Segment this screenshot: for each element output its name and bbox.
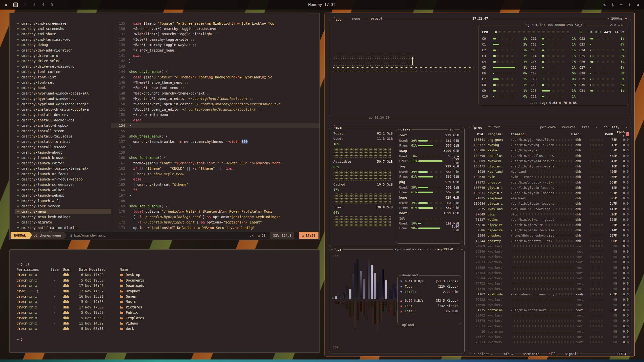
code-line[interactable]: 156show_theme_menu() { (111, 133, 319, 139)
code-line[interactable]: 147 *Font*) show_font_menu ;; (111, 85, 319, 90)
code-line[interactable]: 170 local options="♪ Audio\n≋ Wifi\nᛒ Bl… (111, 209, 319, 214)
file-item[interactable]: ✱omarchy-launch-webapp (15, 193, 111, 198)
file-item[interactable]: ✱omarchy-migrate (15, 219, 111, 225)
code-line[interactable]: 140 *) show_trigger_menu ;; (111, 48, 319, 53)
code-line[interactable]: 166 fi (111, 187, 319, 193)
file-item[interactable]: ✱omarchy-notification-dismiss (15, 225, 111, 230)
workspace-button-3[interactable]: 3 (33, 3, 36, 7)
per-core-button[interactable]: per-core (539, 125, 557, 129)
process-row[interactable]: 76575kworker/root0B0.0 (472, 318, 629, 323)
volume-icon[interactable]: ♪ (628, 3, 631, 7)
process-row[interactable]: 74733kworker/root0B0.0 (472, 281, 629, 286)
iface-prev-button[interactable]: ‹b (428, 247, 435, 252)
process-row[interactable]: 95673kworker/root0B0.0 (472, 324, 629, 329)
file-item[interactable]: ✱omarchy-launch-floating-terminal- (15, 166, 111, 171)
process-row[interactable]: 2075XwaylandXwayland :1 -rootless -dhh11… (472, 206, 629, 211)
io-mode-button[interactable]: io (448, 127, 455, 132)
process-row[interactable]: 106809swayosd-/usr/bin/swayosd-serverdhh… (472, 158, 629, 164)
code-line[interactable]: 164 else (111, 176, 319, 182)
process-row[interactable]: 76577kworker/root0B0.0 (472, 334, 629, 339)
code-line[interactable]: 161 theme=$(menu "Font" "$(omarchy-font-… (111, 160, 319, 166)
code-line[interactable]: 167} (111, 193, 319, 198)
process-row[interactable]: 1916HyprlandHyprlanddhh420M0.0 (472, 169, 629, 174)
workspace-button-4[interactable]: 4 (42, 3, 45, 7)
file-item[interactable]: ✱omarchy-drive-info (15, 53, 111, 58)
code-line[interactable]: 152 *) show_main_menu ;; (111, 112, 319, 117)
process-row[interactable]: 1162avahi-daavahi-daemon: running [avahi… (472, 291, 629, 297)
process-row[interactable]: 68583kworker/root0B0.0 (472, 254, 629, 259)
proc-footer-button[interactable]: Kill (547, 352, 557, 356)
code-line[interactable]: 171 [ -f ~/.config/hypr/bindings.conf ] … (111, 214, 319, 219)
file-item[interactable]: ✱omarchy-cmd-screenshot (15, 26, 111, 31)
workspace-button-2[interactable]: 2 (24, 3, 27, 7)
proc-footer-button[interactable]: signals (564, 352, 580, 356)
file-item[interactable]: ✱omarchy-install-docker-dbs (15, 117, 111, 123)
code-line[interactable]: 158} (111, 144, 319, 150)
code-line[interactable]: 151 *About*) open_in_editor ~/.config/om… (111, 107, 319, 112)
keyboard-icon[interactable]: ⌨ (620, 3, 622, 7)
code-line[interactable]: 162 if [[ "$theme" == "CNCLD" || -z "$th… (111, 166, 319, 171)
reverse-button[interactable]: reverse (561, 125, 577, 129)
process-row[interactable]: 1275containe/usr/bin/containerdroot52M0.… (472, 307, 629, 313)
proc-footer-button[interactable]: ↑ select ↓ (472, 352, 494, 356)
file-item[interactable]: ✱omarchy-hook (15, 85, 111, 90)
code-line[interactable]: 173 options="$options\n☰ Defaults\n⇄ DNS… (111, 225, 319, 230)
file-item[interactable]: ✱omarchy-install-dropbox (15, 123, 111, 128)
code-line[interactable]: 168 (111, 198, 319, 203)
process-row[interactable]: 76313kworker/root0B0.0 (472, 339, 629, 345)
file-item[interactable]: ✱omarchy-font-set (15, 80, 111, 85)
file-item[interactable]: ✱omarchy-install-chromium-google-a (15, 107, 111, 112)
code-line[interactable]: 138 *Idle*) omarchy-toggle-idle ;; (111, 37, 319, 42)
process-row[interactable]: 71835elephantelephantdhh385M0.0 (472, 196, 629, 201)
process-row[interactable]: 106777swaybg/usr/bin/swaybg -i /homdhh12… (472, 142, 629, 148)
process-row[interactable]: 2586pipewire/usr/bin/pipewire-pulsedhh14… (472, 228, 629, 233)
cpu-box-title[interactable]: 1cpu (333, 16, 343, 22)
code-line[interactable]: 136 *Screensaver*) omarchy-toggle-screen… (111, 26, 319, 31)
interval-decrease-button[interactable]: - (607, 16, 609, 21)
code-line[interactable]: 143 (111, 64, 319, 69)
code-line[interactable]: 145 case $(menu "Style" "⚙ Theme\n✎ Font… (111, 74, 319, 80)
shell-prompt-line[interactable]: ~ ❯ (17, 337, 313, 342)
code-line[interactable]: 150 *Screensaver*) open_in_editor ~/.con… (111, 101, 319, 107)
code-line[interactable]: 153 esac (111, 117, 319, 123)
omarchy-logo-icon[interactable]: ◉ (5, 3, 7, 7)
net-box-title[interactable]: 3net (333, 247, 343, 253)
preset-button[interactable]: preset (370, 16, 384, 21)
filter-button[interactable]: filter (487, 125, 501, 129)
process-row[interactable]: 87573ghostty/usr/bin/ghostty --gtk-dhh36… (472, 180, 629, 185)
code-line[interactable]: 141 esac (111, 53, 319, 58)
file-item[interactable]: ✱omarchy-install-vscode (15, 144, 111, 150)
column-user[interactable]: User: (571, 132, 585, 136)
sort-next-button[interactable]: › (624, 125, 629, 129)
process-row[interactable]: 81310kworker/root0B0.0 (472, 286, 629, 291)
column-program[interactable]: Program: (488, 132, 511, 136)
file-item[interactable]: ✱omarchy-launch-walker (15, 187, 111, 193)
settings-icon[interactable]: ⚙ (637, 3, 639, 7)
code-line[interactable]: 159 (111, 150, 319, 155)
file-item[interactable]: ✱omarchy-hyprland-window-close-all (15, 90, 111, 96)
process-row[interactable]: 79032kworker/root0B0.0 (472, 297, 629, 302)
mem-box-title[interactable]: 2mem (333, 124, 343, 130)
column-cpu[interactable]: Cpu% ↑ (613, 130, 625, 138)
process-row[interactable]: 106541org.gnom/usr/bin/gjs /usr/lib/odhh… (472, 137, 629, 142)
file-item[interactable]: ✱omarchy-menu (15, 209, 111, 214)
file-item[interactable]: ✱omarchy-launch-browser (15, 155, 111, 160)
code-line[interactable]: 146 *Theme*) show_theme_menu ;; (111, 80, 319, 85)
sort-prev-button[interactable]: ‹ (594, 125, 599, 129)
file-item[interactable]: ✱omarchy-debug (15, 42, 111, 48)
file-item[interactable]: ✱omarchy-install-tailscale (15, 133, 111, 139)
code-line[interactable]: 144show_style_menu() { (111, 69, 319, 74)
file-item[interactable]: ✱omarchy-launch-editor (15, 160, 111, 166)
code-line[interactable]: 172 [ -f ~/.config/hypr/input.conf ] && … (111, 219, 319, 225)
code-line[interactable]: 148 *Background*) omarchy-theme-bg-next … (111, 90, 319, 96)
process-row[interactable]: 94540kworker/root0B0.0 (472, 249, 629, 254)
code-line[interactable]: 169show_setup_menu() { (111, 203, 319, 209)
code-line[interactable]: 139 *Bar*) omarchy-toggle-waybar ;; (111, 42, 319, 48)
code-line[interactable]: 160show_font_menu() { (111, 155, 319, 160)
workspace-1-active-indicator[interactable] (13, 3, 18, 7)
code-line[interactable]: 149 *Hyprland*) open_in_editor ~/.config… (111, 96, 319, 101)
column-command[interactable]: Command: (511, 132, 571, 136)
net-sync-button[interactable]: sync (393, 247, 404, 252)
process-row[interactable]: 106746glycin-i/usr/lib/glycin-loadersdhh… (472, 185, 629, 190)
file-item[interactable]: ✱omarchy-drive-select (15, 58, 111, 64)
